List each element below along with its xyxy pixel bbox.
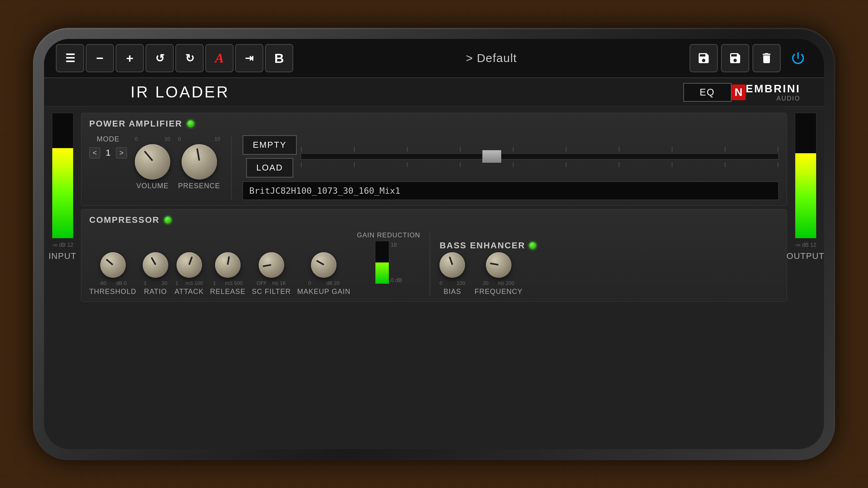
release-group: 1 mS 500 RELEASE — [210, 252, 245, 296]
presence-scale: 0 10 — [178, 136, 220, 142]
threshold-knob[interactable] — [100, 252, 126, 278]
release-knob[interactable] — [215, 252, 241, 278]
presence-knob-group: 0 10 PRESENCE — [178, 135, 220, 190]
gr-scale-top: 18 — [391, 242, 402, 248]
preset-name: > Default — [466, 51, 517, 65]
frequency-knob[interactable] — [486, 252, 511, 278]
bias-label: BIAS — [443, 288, 461, 296]
compressor-led — [164, 216, 171, 224]
makeup-gain-scale-left: 0 — [308, 280, 311, 286]
release-scale-right: mS 500 — [225, 280, 243, 286]
minus-button[interactable]: − — [86, 44, 114, 72]
plus-icon: + — [126, 51, 134, 66]
b-button[interactable]: B — [265, 44, 293, 72]
volume-knob[interactable] — [135, 144, 170, 180]
arrow-button[interactable]: ⇥ — [235, 44, 263, 72]
ir-filename: BritJC82H100_1073_30_160_Mix1 — [243, 182, 779, 200]
frequency-indicator — [490, 262, 498, 266]
a-label: A — [215, 51, 224, 66]
volume-scale: 0 10 — [135, 136, 170, 142]
frequency-scale: 20 Hz 200 — [483, 280, 514, 286]
presence-scale-right: 10 — [215, 136, 220, 142]
attack-scale-left: 1 — [175, 280, 178, 286]
compressor-title: COMPRESSOR — [89, 215, 160, 225]
power-amplifier-section: POWER AMPLIFIER MODE < 1 > — [81, 113, 787, 206]
redo-icon: ↻ — [185, 52, 194, 65]
presence-knob-indicator — [196, 148, 200, 161]
toolbar-left: ☰ − + ↺ ↻ A — [56, 44, 293, 72]
plus-button[interactable]: + — [116, 44, 144, 72]
output-vu-meter: -∞ dB 12 OUTPUT — [792, 113, 819, 443]
makeup-gain-scale-right: dB 20 — [326, 280, 340, 286]
minus-icon: − — [96, 51, 104, 66]
bass-enhancer-controls: 0 100 BIAS — [440, 252, 536, 296]
menu-button[interactable]: ☰ — [56, 44, 84, 72]
undo-icon: ↺ — [155, 52, 164, 65]
save-button[interactable] — [690, 44, 718, 72]
gain-reduction-label: GAIN REDUCTION — [357, 231, 420, 239]
output-vu-fill — [795, 153, 816, 238]
power-amp-led — [187, 120, 194, 127]
divider-v — [231, 135, 232, 200]
sc-filter-knob[interactable] — [259, 252, 284, 278]
attack-knob[interactable] — [177, 252, 202, 278]
sc-filter-label: SC FILTER — [252, 288, 291, 296]
save-icon — [697, 51, 710, 65]
sc-filter-group: OFF Hz 1K SC FILTER — [252, 252, 291, 296]
volume-label: VOLUME — [136, 182, 169, 190]
delete-button[interactable] — [752, 44, 781, 72]
mode-next-button[interactable]: > — [116, 147, 127, 158]
compressor-header: COMPRESSOR — [89, 215, 779, 225]
redo-button[interactable]: ↻ — [175, 44, 204, 72]
a-button[interactable]: A — [205, 44, 234, 72]
output-label: OUTPUT — [787, 251, 824, 261]
makeup-gain-label: MAKEUP GAIN — [297, 288, 351, 296]
sc-filter-scale: OFF Hz 1K — [257, 280, 286, 286]
makeup-gain-scale: 0 dB 20 — [308, 280, 340, 286]
presence-knob[interactable] — [182, 144, 217, 180]
ir-buttons-row: EMPTY LOAD — [243, 135, 297, 178]
bass-enhancer-title: BASS ENHANCER — [440, 240, 525, 251]
header-row: IR LOADER EQ N EMBRINI AUDIO — [44, 78, 824, 106]
arrow-icon: ⇥ — [245, 52, 254, 64]
ir-right: EMPTY LOAD || — [243, 135, 779, 200]
output-scale-neg: -∞ dB 12 — [794, 242, 816, 248]
frequency-scale-left: 20 — [483, 280, 488, 286]
brand-logo: N EMBRINI AUDIO — [732, 83, 812, 102]
undo-button[interactable]: ↺ — [145, 44, 174, 72]
makeup-gain-knob[interactable] — [311, 252, 337, 278]
plugin-ui: ☰ − + ↺ ↻ A — [44, 39, 824, 449]
release-label: RELEASE — [210, 288, 245, 296]
release-indicator — [227, 256, 230, 265]
frequency-group: 20 Hz 200 FREQUENCY — [474, 252, 522, 296]
ir-slider-thumb[interactable] — [482, 150, 501, 163]
gr-meter — [375, 241, 389, 284]
threshold-group: -60 dB 0 THRESHOLD — [89, 252, 136, 296]
presence-label: PRESENCE — [178, 182, 220, 190]
gr-scale-bottom: 0 dB — [391, 277, 402, 283]
release-scale-left: 1 — [213, 280, 216, 286]
bias-knob[interactable] — [440, 252, 465, 278]
ir-slider-track[interactable] — [301, 153, 779, 160]
mode-label: MODE — [97, 135, 120, 143]
attack-label: ATTACK — [175, 288, 204, 296]
makeup-gain-indicator — [316, 260, 324, 265]
power-button[interactable] — [784, 44, 812, 72]
load-button[interactable]: LOAD — [246, 158, 293, 178]
ratio-scale-left: 1 — [144, 280, 147, 286]
mode-prev-button[interactable]: < — [89, 147, 100, 158]
ratio-knob[interactable] — [143, 252, 168, 278]
compressor-content: -60 dB 0 THRESHOLD — [89, 231, 779, 296]
eq-button[interactable]: EQ — [683, 83, 732, 102]
power-amp-title: POWER AMPLIFIER — [89, 119, 182, 129]
empty-button[interactable]: EMPTY — [243, 135, 297, 155]
input-scale-neg: -∞ dB 12 — [51, 242, 73, 248]
menu-icon: ☰ — [65, 52, 75, 65]
input-label: INPUT — [49, 251, 77, 261]
input-vu-meter: -∞ dB 12 INPUT — [49, 113, 76, 443]
save-as-button[interactable] — [721, 44, 749, 72]
makeup-gain-group: 0 dB 20 MAKEUP GAIN — [297, 252, 351, 296]
input-vu-bar — [52, 113, 74, 238]
threshold-indicator — [106, 259, 113, 265]
output-vu-bar — [795, 113, 817, 238]
